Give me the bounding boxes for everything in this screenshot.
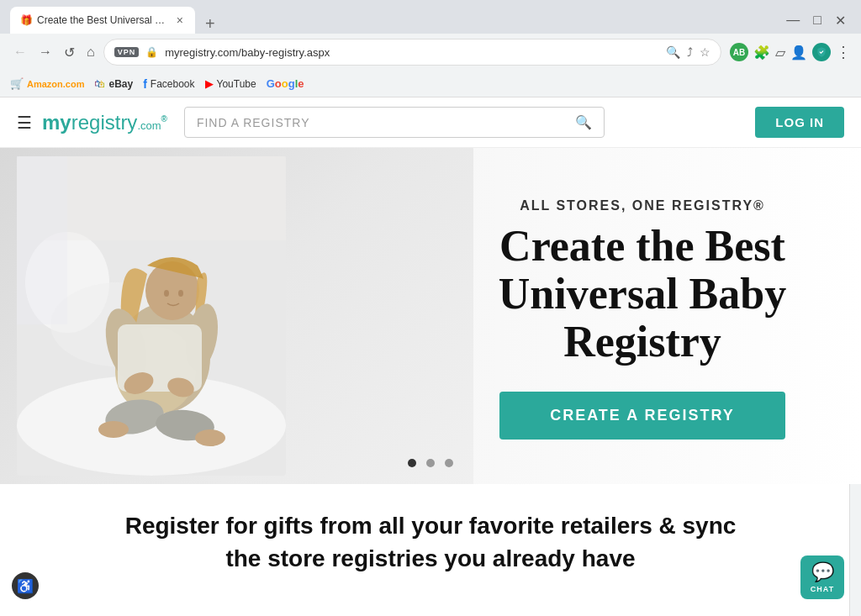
ebay-label: eBay — [108, 78, 133, 90]
minimize-button[interactable]: — — [781, 13, 805, 28]
carousel-dot-2[interactable] — [426, 459, 435, 467]
share-icon[interactable]: ⤴ — [687, 45, 693, 59]
title-bar: 🎁 Create the Best Universal Baby R... × … — [0, 0, 861, 34]
address-bar: ← → ↺ ⌂ VPN 🔒 myregistry.com/baby-regist… — [0, 34, 861, 71]
back-button[interactable]: ← — [10, 45, 30, 60]
search-placeholder: FIND A REGISTRY — [197, 116, 568, 129]
youtube-icon: ▶ — [205, 77, 214, 90]
url-text: myregistry.com/baby-registry.aspx — [165, 46, 659, 59]
sub-hero-line2: the store registries you already have — [225, 545, 635, 571]
logo-trademark: ® — [161, 114, 167, 124]
lock-icon: 🔒 — [145, 46, 158, 58]
svg-point-13 — [195, 429, 225, 446]
shield-check-icon[interactable] — [812, 43, 831, 61]
bookmark-amazon[interactable]: 🛒 Amazon.com — [10, 77, 84, 90]
hamburger-menu[interactable]: ☰ — [17, 113, 32, 133]
hero-subtitle: ALL STORES, ONE REGISTRY® — [449, 198, 836, 213]
split-view-icon[interactable]: ▱ — [775, 45, 785, 61]
vpn-badge: VPN — [114, 47, 140, 57]
amazon-label: Amazon.com — [27, 79, 84, 89]
amazon-icon: 🛒 — [10, 77, 24, 90]
sub-hero-section: Register for gifts from all your favorit… — [0, 484, 861, 592]
ebay-icon: 🛍 — [94, 77, 105, 90]
avatar-initials: AB — [733, 48, 745, 57]
facebook-label: Facebook — [151, 78, 195, 90]
svg-point-12 — [98, 421, 129, 438]
create-registry-button[interactable]: CREATE A REGISTRY — [499, 392, 785, 440]
window-controls: — □ ✕ — [781, 13, 851, 29]
star-icon[interactable]: ☆ — [700, 45, 710, 59]
active-tab[interactable]: 🎁 Create the Best Universal Baby R... × — [10, 7, 195, 34]
svg-rect-19 — [17, 156, 67, 324]
site-logo[interactable]: myregistry.com® — [42, 111, 167, 134]
new-tab-button[interactable]: + — [198, 14, 222, 34]
accessibility-icon: ♿ — [17, 578, 34, 594]
site-header: ☰ myregistry.com® FIND A REGISTRY 🔍 LOG … — [0, 97, 861, 148]
tab-title: Create the Best Universal Baby R... — [37, 14, 170, 26]
sub-hero-line1: Register for gifts from all your favorit… — [125, 513, 737, 539]
home-button[interactable]: ⌂ — [83, 45, 98, 60]
bookmark-facebook[interactable]: f Facebook — [143, 77, 194, 91]
search-lens-icon[interactable]: 🔍 — [666, 45, 680, 59]
youtube-label: YouTube — [217, 78, 256, 90]
maximize-button[interactable]: □ — [808, 13, 827, 28]
hero-title: Create the Best Universal Baby Registry — [449, 222, 836, 366]
bookmarks-bar: 🛒 Amazon.com 🛍 eBay f Facebook ▶ YouTube… — [0, 71, 861, 97]
tab-area: 🎁 Create the Best Universal Baby R... × … — [10, 7, 781, 34]
hero-image — [17, 156, 286, 476]
bookmark-ebay[interactable]: 🛍 eBay — [94, 77, 133, 90]
tab-favicon: 🎁 — [20, 14, 32, 26]
sub-hero-text: Register for gifts from all your favorit… — [17, 509, 844, 575]
website: ☰ myregistry.com® FIND A REGISTRY 🔍 LOG … — [0, 97, 861, 592]
url-bar[interactable]: VPN 🔒 myregistry.com/baby-registry.aspx … — [103, 39, 721, 66]
logo-registry: registry — [71, 111, 138, 134]
refresh-button[interactable]: ↺ — [61, 45, 78, 61]
forward-button[interactable]: → — [35, 45, 55, 60]
facebook-icon: f — [143, 77, 147, 91]
profile-icon[interactable]: 👤 — [790, 45, 807, 61]
menu-icon[interactable]: ⋮ — [836, 43, 851, 61]
chat-icon: 💬 — [811, 561, 834, 583]
bookmark-google[interactable]: Google — [267, 77, 304, 90]
svg-point-16 — [164, 290, 169, 297]
google-icon: Google — [267, 77, 304, 90]
close-window-button[interactable]: ✕ — [830, 13, 851, 29]
logo-com: .com — [137, 119, 161, 132]
carousel-dot-1[interactable] — [408, 459, 416, 467]
search-icon[interactable]: 🔍 — [575, 114, 592, 130]
carousel-dot-3[interactable] — [445, 459, 453, 467]
login-button[interactable]: LOG IN — [755, 107, 844, 138]
url-actions: 🔍 ⤴ ☆ — [666, 45, 710, 59]
hero-content: ALL STORES, ONE REGISTRY® Create the Bes… — [449, 198, 836, 440]
svg-point-17 — [178, 290, 183, 297]
chat-button[interactable]: 💬 CHAT — [800, 555, 844, 599]
accessibility-button[interactable]: ♿ — [12, 572, 39, 599]
account-avatar[interactable]: AB — [730, 43, 748, 61]
search-box[interactable]: FIND A REGISTRY 🔍 — [184, 107, 605, 138]
hero-title-line2: Universal Baby Registry — [499, 270, 786, 366]
hero-section: ALL STORES, ONE REGISTRY® Create the Bes… — [0, 148, 861, 484]
tab-close-button[interactable]: × — [175, 13, 185, 27]
extensions-icon[interactable]: 🧩 — [753, 45, 770, 61]
toolbar-icons: AB 🧩 ▱ 👤 ⋮ — [730, 43, 851, 61]
carousel-dots — [408, 459, 453, 467]
chat-label: CHAT — [811, 585, 834, 593]
hero-title-line1: Create the Best — [499, 222, 785, 270]
logo-my: my — [42, 111, 71, 134]
bookmark-youtube[interactable]: ▶ YouTube — [205, 77, 256, 90]
browser-chrome: 🎁 Create the Best Universal Baby R... × … — [0, 0, 861, 97]
